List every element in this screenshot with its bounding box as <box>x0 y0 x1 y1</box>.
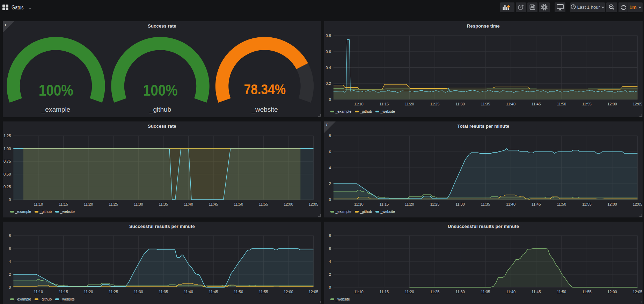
svg-text:0.6: 0.6 <box>326 50 331 54</box>
svg-text:11:10: 11:10 <box>34 290 43 294</box>
svg-text:12:05: 12:05 <box>309 290 319 294</box>
svg-text:11:15: 11:15 <box>380 102 389 106</box>
svg-text:0: 0 <box>329 285 331 289</box>
svg-text:11:15: 11:15 <box>380 290 389 294</box>
svg-text:6: 6 <box>329 246 331 251</box>
svg-text:11:25: 11:25 <box>109 290 118 294</box>
svg-text:11:35: 11:35 <box>159 202 168 206</box>
svg-text:11:20: 11:20 <box>84 202 93 206</box>
svg-text:11:25: 11:25 <box>430 290 440 294</box>
svg-text:11:35: 11:35 <box>481 202 490 206</box>
svg-text:11:10: 11:10 <box>354 290 364 294</box>
svg-text:4: 4 <box>329 166 331 170</box>
svg-text:11:55: 11:55 <box>582 290 592 294</box>
svg-text:11:25: 11:25 <box>430 102 440 106</box>
svg-text:11:55: 11:55 <box>259 290 268 294</box>
svg-text:11:50: 11:50 <box>557 202 566 206</box>
svg-text:0.50: 0.50 <box>3 172 11 176</box>
svg-text:11:10: 11:10 <box>34 202 43 206</box>
svg-text:11:50: 11:50 <box>234 290 243 294</box>
svg-text:11:35: 11:35 <box>481 290 490 294</box>
svg-text:2: 2 <box>329 181 331 186</box>
svg-text:11:30: 11:30 <box>134 202 143 206</box>
svg-text:11:15: 11:15 <box>59 290 68 294</box>
svg-text:11:40: 11:40 <box>184 290 193 294</box>
svg-text:12:00: 12:00 <box>284 202 293 206</box>
svg-text:12:00: 12:00 <box>607 202 617 206</box>
svg-text:0.4: 0.4 <box>326 66 331 70</box>
svg-text:11:20: 11:20 <box>84 290 93 294</box>
svg-text:11:55: 11:55 <box>582 102 592 106</box>
svg-text:12:00: 12:00 <box>607 290 617 294</box>
svg-text:11:25: 11:25 <box>109 202 118 206</box>
svg-text:0: 0 <box>329 97 331 102</box>
svg-text:11:50: 11:50 <box>234 202 243 206</box>
svg-text:0.2: 0.2 <box>326 81 331 86</box>
svg-text:11:45: 11:45 <box>532 202 541 206</box>
svg-text:11:30: 11:30 <box>455 290 465 294</box>
svg-text:12:05: 12:05 <box>309 202 319 206</box>
svg-text:0: 0 <box>329 198 331 202</box>
svg-text:11:20: 11:20 <box>405 102 414 106</box>
svg-text:11:50: 11:50 <box>557 102 566 106</box>
svg-text:1.00: 1.00 <box>3 147 11 151</box>
svg-text:12:00: 12:00 <box>607 102 617 106</box>
svg-text:11:15: 11:15 <box>380 202 389 206</box>
svg-text:11:55: 11:55 <box>582 202 592 206</box>
svg-text:11:40: 11:40 <box>506 290 515 294</box>
svg-text:0.8: 0.8 <box>326 34 331 38</box>
svg-text:8: 8 <box>329 233 331 238</box>
svg-text:11:10: 11:10 <box>354 202 364 206</box>
svg-text:11:15: 11:15 <box>59 202 68 206</box>
svg-text:11:45: 11:45 <box>209 290 218 294</box>
svg-text:11:35: 11:35 <box>481 102 490 106</box>
svg-text:11:45: 11:45 <box>209 202 218 206</box>
svg-text:4: 4 <box>9 259 11 264</box>
svg-text:12:05: 12:05 <box>633 202 643 206</box>
svg-text:11:35: 11:35 <box>159 290 168 294</box>
svg-text:11:30: 11:30 <box>134 290 143 294</box>
svg-text:4: 4 <box>329 259 331 264</box>
svg-text:1.25: 1.25 <box>3 134 11 138</box>
svg-text:0.75: 0.75 <box>3 159 11 163</box>
svg-text:11:10: 11:10 <box>354 102 364 106</box>
svg-text:12:00: 12:00 <box>284 290 293 294</box>
svg-text:0: 0 <box>9 198 11 202</box>
svg-text:11:30: 11:30 <box>455 102 465 106</box>
svg-text:6: 6 <box>9 246 11 251</box>
svg-text:12:05: 12:05 <box>633 290 643 294</box>
svg-text:11:45: 11:45 <box>532 290 541 294</box>
svg-text:11:55: 11:55 <box>259 202 268 206</box>
svg-text:11:40: 11:40 <box>506 102 515 106</box>
svg-text:0.25: 0.25 <box>3 185 11 189</box>
svg-text:0: 0 <box>9 285 11 289</box>
svg-text:12:05: 12:05 <box>633 102 643 106</box>
svg-text:8: 8 <box>9 233 11 238</box>
svg-text:11:25: 11:25 <box>430 202 440 206</box>
svg-text:11:45: 11:45 <box>532 102 541 106</box>
svg-text:11:30: 11:30 <box>455 202 465 206</box>
svg-text:11:40: 11:40 <box>184 202 193 206</box>
svg-text:2: 2 <box>329 272 331 276</box>
svg-text:11:20: 11:20 <box>405 290 414 294</box>
svg-text:2: 2 <box>9 272 11 276</box>
svg-text:11:20: 11:20 <box>405 202 414 206</box>
svg-text:11:50: 11:50 <box>557 290 566 294</box>
svg-text:6: 6 <box>329 150 331 154</box>
svg-text:8: 8 <box>329 134 331 138</box>
svg-text:11:40: 11:40 <box>506 202 515 206</box>
